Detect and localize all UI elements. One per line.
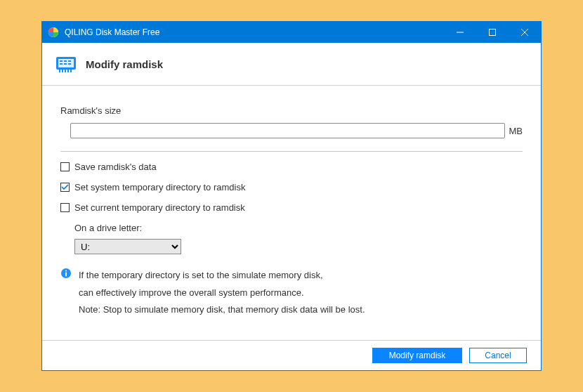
drive-letter-select[interactable]: U: [74, 239, 181, 254]
svg-rect-8 [64, 60, 67, 62]
svg-rect-7 [60, 60, 63, 62]
checkbox-current-temp[interactable] [60, 203, 70, 212]
checkbox-system-temp[interactable] [60, 183, 70, 192]
svg-rect-10 [60, 63, 63, 65]
info-line-2: can effectively improve the overall syst… [79, 285, 365, 302]
size-input[interactable] [70, 123, 505, 138]
checkbox-system-temp-row[interactable]: Set system temporary directory to ramdis… [60, 182, 523, 192]
svg-rect-11 [64, 63, 67, 65]
svg-rect-20 [65, 273, 67, 277]
size-label: Ramdisk's size [60, 105, 523, 116]
titlebar-text: QILING Disk Master Free [65, 27, 444, 37]
maximize-button[interactable] [476, 22, 509, 43]
content-area: Ramdisk's size MB Save ramdisk's data Se… [42, 86, 541, 340]
titlebar: QILING Disk Master Free [42, 22, 541, 43]
header-section: Modify ramdisk [42, 43, 541, 86]
cancel-button[interactable]: Cancel [469, 348, 527, 363]
close-icon [521, 29, 528, 36]
svg-rect-15 [65, 70, 66, 72]
svg-rect-12 [68, 63, 71, 65]
modify-ramdisk-button[interactable]: Modify ramdisk [372, 348, 462, 363]
info-text: If the temporary directory is set to the… [79, 267, 365, 319]
minimize-button[interactable] [444, 22, 476, 43]
minimize-icon [457, 29, 464, 36]
checkbox-system-temp-label: Set system temporary directory to ramdis… [74, 182, 245, 192]
size-row: MB [60, 123, 523, 138]
divider [60, 151, 523, 152]
svg-rect-17 [70, 70, 72, 72]
checkbox-save-data[interactable] [60, 162, 70, 171]
drive-letter-label: On a drive letter: [74, 223, 523, 233]
footer: Modify ramdisk Cancel [42, 340, 541, 370]
info-line-1: If the temporary directory is set to the… [79, 267, 365, 285]
checkbox-save-data-label: Save ramdisk's data [74, 162, 157, 172]
svg-rect-13 [59, 70, 60, 72]
app-window: QILING Disk Master Free [41, 21, 542, 371]
window-controls [444, 22, 541, 43]
checkbox-current-temp-row[interactable]: Set current temporary directory to ramdi… [60, 202, 523, 213]
checkbox-save-data-row[interactable]: Save ramdisk's data [60, 162, 523, 172]
svg-rect-14 [62, 70, 63, 72]
svg-point-19 [65, 270, 67, 271]
info-section: If the temporary directory is set to the… [60, 267, 523, 319]
svg-rect-2 [490, 30, 496, 36]
app-icon [48, 27, 59, 38]
close-button[interactable] [509, 22, 541, 43]
info-icon [60, 268, 72, 279]
svg-rect-16 [67, 70, 69, 72]
size-unit: MB [509, 126, 523, 136]
drive-section: On a drive letter: U: [60, 223, 523, 254]
info-line-3: Note: Stop to simulate memory disk, that… [79, 301, 365, 319]
checkbox-current-temp-label: Set current temporary directory to ramdi… [74, 202, 245, 213]
maximize-icon [489, 29, 496, 36]
svg-rect-9 [68, 60, 71, 62]
ramdisk-icon [55, 53, 77, 75]
page-title: Modify ramdisk [86, 58, 163, 70]
